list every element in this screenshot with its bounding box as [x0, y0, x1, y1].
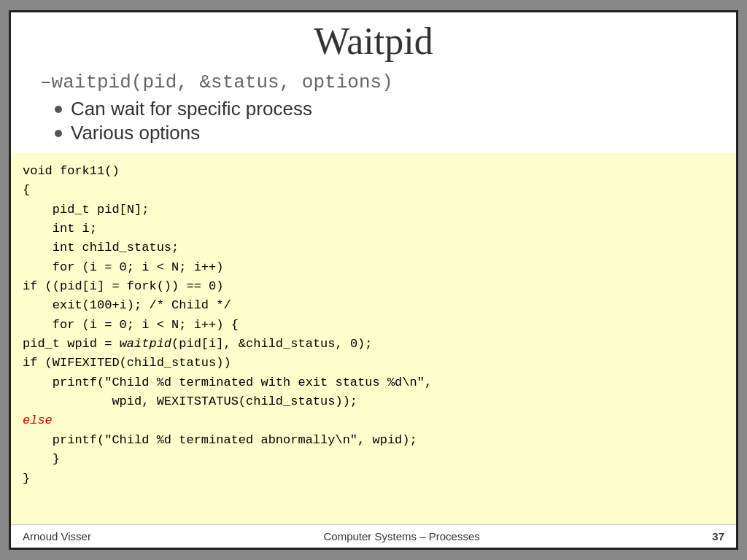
code-line-17: }	[23, 470, 724, 489]
bullet-item-2: Various options	[55, 122, 721, 144]
code-line-8: exit(100+i); /* Child */	[23, 296, 724, 315]
bullet-text-2: Various options	[71, 122, 200, 144]
code-line-9: for (i = 0; i < N; i++) {	[23, 316, 724, 335]
code-line-13: wpid, WEXITSTATUS(child_status));	[23, 392, 724, 411]
code-line-5: int child_status;	[23, 238, 724, 257]
slide-title: Waitpid	[26, 20, 721, 63]
slide-header: Waitpid	[11, 12, 736, 69]
footer-title: Computer Systems – Processes	[324, 530, 480, 542]
code-line-6: for (i = 0; i < N; i++)	[23, 258, 724, 277]
code-line-16: }	[23, 450, 724, 469]
code-line-15: printf("Child %d terminated abnormally\n…	[23, 431, 724, 450]
code-line-10: pid_t wpid = waitpid(pid[i], &child_stat…	[23, 335, 724, 354]
code-line-7: if ((pid[i] = fork()) == 0)	[23, 277, 724, 296]
bullet-text-1: Can wait for specific process	[71, 98, 312, 120]
footer-author: Arnoud Visser	[23, 530, 91, 542]
code-line-4: int i;	[23, 219, 724, 238]
bullet-dot-2	[55, 130, 62, 137]
code-line-3: pid_t pid[N];	[23, 201, 724, 219]
slide-bullets: –waitpid(pid, &status, options) Can wait…	[11, 69, 736, 153]
slide: Waitpid –waitpid(pid, &status, options) …	[9, 10, 738, 550]
footer-page: 37	[712, 530, 724, 542]
code-line-11: if (WIFEXITED(child_status))	[23, 354, 724, 373]
code-line-12: printf("Child %d terminated with exit st…	[23, 373, 724, 392]
code-line-1: void fork11()	[23, 162, 724, 181]
slide-footer: Arnoud Visser Computer Systems – Process…	[11, 524, 736, 548]
code-line-14: else	[23, 411, 724, 430]
code-section: void fork11() { pid_t pid[N]; int i; int…	[11, 153, 736, 524]
bullet-item-1: Can wait for specific process	[55, 98, 721, 120]
dash: –	[40, 71, 52, 93]
code-line-2: {	[23, 181, 724, 200]
subtitle: –waitpid(pid, &status, options)	[40, 71, 721, 93]
bullet-dot-1	[55, 106, 62, 113]
